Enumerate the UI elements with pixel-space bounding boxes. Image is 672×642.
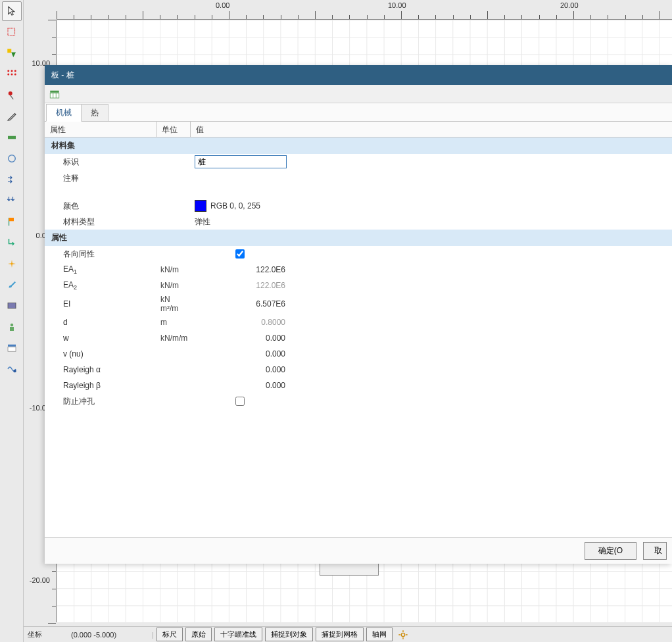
value-rayleigh-a[interactable]: 0.000 (191, 364, 289, 376)
ruler-label: 10.00 (388, 1, 406, 9)
checkbox-punch[interactable] (235, 397, 245, 406)
arrows-down-tool[interactable] (2, 191, 22, 210)
row-rayleigh-b: Rayleigh β 0.000 (45, 378, 672, 393)
pointer-tool[interactable] (2, 1, 22, 21)
svg-rect-1 (7, 49, 11, 53)
svg-point-7 (11, 74, 12, 76)
color-swatch[interactable] (195, 200, 206, 212)
agent-tool[interactable] (2, 317, 22, 337)
section-properties: 属性 (45, 230, 672, 246)
unit-w: kN/m/m (156, 332, 191, 344)
svg-line-10 (10, 95, 13, 99)
label-isotropic: 各向同性 (45, 247, 156, 261)
ruler-label: 20.00 (560, 1, 579, 9)
value-ea2: 122.0E6 (191, 280, 289, 291)
shapes-tool[interactable] (2, 43, 22, 63)
row-ea1: EA1 kN/m 122.0E6 (45, 262, 672, 278)
value-rayleigh-b[interactable]: 0.000 (191, 380, 289, 391)
snap-grid-button[interactable]: 捕捉到网格 (316, 628, 364, 641)
grid-points-tool[interactable] (2, 64, 22, 84)
svg-point-21 (401, 633, 404, 636)
left-toolbar (0, 0, 24, 642)
coord-value: (0.000 -5.000) (71, 631, 116, 639)
input-id[interactable] (195, 155, 287, 168)
plate-tool[interactable] (2, 128, 22, 147)
axis-grid-button[interactable]: 轴网 (366, 628, 393, 641)
table-header: 属性 单位 值 (45, 122, 672, 137)
ruler-toggle-button[interactable]: 标尺 (156, 628, 183, 641)
screen-tool[interactable] (2, 296, 22, 316)
value-ea1[interactable]: 122.0E6 (191, 264, 289, 276)
brush-tool[interactable] (2, 275, 22, 295)
svg-marker-2 (11, 53, 16, 58)
svg-rect-17 (10, 327, 14, 331)
pin-tool[interactable] (2, 86, 22, 105)
settings-gear-icon[interactable] (398, 630, 408, 640)
row-isotropic: 各向同性 (45, 246, 672, 262)
ok-button[interactable]: 确定(O (585, 542, 636, 560)
label-w: w (45, 332, 156, 344)
sparkle-tool[interactable] (2, 254, 22, 274)
dialog-title: 板 - 桩 (45, 65, 672, 85)
svg-rect-23 (50, 93, 59, 98)
svg-point-16 (10, 324, 13, 327)
ruler-label: 0.00 (216, 1, 229, 9)
row-ea2: EA2 kN/m 122.0E6 (45, 278, 672, 293)
row-rayleigh-a: Rayleigh α 0.000 (45, 362, 672, 378)
label-d: d (45, 316, 156, 328)
canvas-object[interactable] (320, 562, 379, 576)
label-comment: 注释 (45, 172, 156, 185)
value-w[interactable]: 0.000 (191, 332, 289, 344)
col-property: 属性 (45, 122, 156, 137)
arrows-right-tool[interactable] (2, 170, 22, 189)
select-rect-tool[interactable] (2, 22, 22, 42)
status-bar: 坐标 (0.000 -5.000) | 标尺 原始 十字瞄准线 捕捉到对象 捕捉… (24, 626, 672, 642)
row-punch: 防止冲孔 (45, 393, 672, 409)
svg-point-8 (14, 74, 16, 76)
tab-thermal[interactable]: 热 (81, 104, 108, 121)
row-material-type: 材料类型 弹性 (45, 214, 672, 230)
cancel-button[interactable]: 取 (643, 542, 667, 560)
label-nu: v (nu) (45, 348, 156, 360)
row-comment: 注释 (45, 170, 672, 198)
mesh-tool[interactable] (2, 359, 22, 379)
svg-rect-14 (9, 218, 14, 221)
transform-tool[interactable] (2, 233, 22, 253)
snap-object-button[interactable]: 捕捉到对象 (265, 628, 313, 641)
dialog-button-row: 确定(O 取 (45, 537, 672, 564)
origin-button[interactable]: 原始 (185, 628, 212, 641)
value-ei[interactable]: 6.507E6 (191, 298, 289, 310)
value-d: 0.8000 (191, 316, 289, 328)
label-rayleigh-b: Rayleigh β (45, 380, 156, 391)
ruler-horizontal: 0.00 10.00 20.00 (57, 0, 672, 20)
row-d: d m 0.8000 (45, 314, 672, 330)
value-material-type[interactable]: 弹性 (191, 215, 289, 229)
flag-tool[interactable] (2, 212, 22, 232)
svg-rect-11 (8, 136, 16, 139)
pen-tool[interactable] (2, 107, 22, 126)
svg-rect-0 (8, 28, 15, 36)
value-nu[interactable]: 0.000 (191, 348, 289, 360)
section-material-set: 材料集 (45, 137, 672, 154)
tab-mechanical[interactable]: 机械 (46, 104, 82, 122)
svg-rect-19 (8, 347, 16, 352)
input-comment[interactable] (195, 173, 285, 197)
tab-bar: 机械 热 (45, 103, 672, 122)
label-id: 标识 (45, 155, 156, 169)
col-unit: 单位 (156, 122, 191, 137)
dialog-toolbar (45, 85, 672, 103)
unit-ei: kN m²/m (156, 293, 191, 314)
property-content: 材料集 标识 注释 颜色 RGB 0, 0, 255 材料类型 弹性 属性 各 (45, 137, 672, 537)
color-value: RGB 0, 0, 255 (210, 201, 260, 210)
svg-point-9 (8, 91, 12, 95)
checkbox-isotropic[interactable] (235, 249, 245, 259)
svg-point-12 (8, 155, 15, 162)
label-rayleigh-a: Rayleigh α (45, 364, 156, 376)
label-punch: 防止冲孔 (45, 395, 156, 408)
crosshair-button[interactable]: 十字瞄准线 (214, 628, 262, 641)
svg-point-5 (14, 70, 16, 72)
table-tool[interactable] (2, 338, 22, 358)
circle-tool[interactable] (2, 149, 22, 168)
row-identification: 标识 (45, 154, 672, 170)
spreadsheet-icon[interactable] (49, 88, 60, 100)
